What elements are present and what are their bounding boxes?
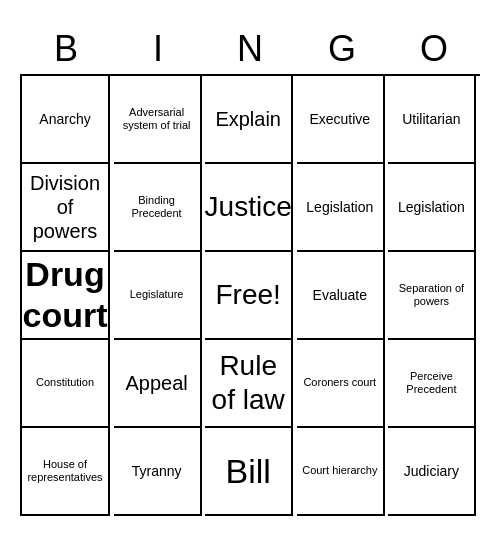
- cell-text: Constitution: [36, 376, 94, 389]
- cell-text: Justice: [205, 190, 292, 224]
- bingo-cell: Justice: [205, 164, 293, 252]
- bingo-letter: O: [390, 28, 478, 70]
- cell-text: Perceive Precedent: [392, 370, 470, 396]
- cell-text: Anarchy: [39, 111, 90, 128]
- cell-text: Drug court: [23, 254, 108, 336]
- bingo-cell: Drug court: [22, 252, 110, 340]
- cell-text: Legislature: [130, 288, 184, 301]
- cell-text: Executive: [309, 111, 370, 128]
- bingo-cell: Perceive Precedent: [388, 340, 476, 428]
- bingo-cell: Judiciary: [388, 428, 476, 516]
- bingo-letter: B: [22, 28, 110, 70]
- bingo-cell: Appeal: [114, 340, 202, 428]
- bingo-cell: Anarchy: [22, 76, 110, 164]
- bingo-grid: AnarchyAdversarial system of trialExplai…: [20, 74, 480, 516]
- cell-text: Explain: [215, 107, 281, 131]
- bingo-cell: Bill: [205, 428, 293, 516]
- cell-text: Coroners court: [303, 376, 376, 389]
- bingo-cell: Adversarial system of trial: [114, 76, 202, 164]
- cell-text: Appeal: [125, 371, 187, 395]
- bingo-cell: Coroners court: [297, 340, 385, 428]
- cell-text: Court hierarchy: [302, 464, 377, 477]
- cell-text: Evaluate: [313, 287, 367, 304]
- cell-text: Free!: [216, 278, 281, 312]
- cell-text: Judiciary: [404, 463, 459, 480]
- bingo-cell: Executive: [297, 76, 385, 164]
- bingo-cell: Legislature: [114, 252, 202, 340]
- bingo-cell: Constitution: [22, 340, 110, 428]
- cell-text: Bill: [226, 451, 271, 492]
- bingo-cell: House of representatives: [22, 428, 110, 516]
- bingo-title: BINGO: [20, 28, 480, 70]
- bingo-cell: Legislation: [297, 164, 385, 252]
- cell-text: Legislation: [306, 199, 373, 216]
- bingo-cell: Separation of powers: [388, 252, 476, 340]
- bingo-cell: Division of powers: [22, 164, 110, 252]
- bingo-cell: Legislation: [388, 164, 476, 252]
- cell-text: Utilitarian: [402, 111, 460, 128]
- bingo-cell: Utilitarian: [388, 76, 476, 164]
- cell-text: Rule of law: [209, 349, 287, 416]
- cell-text: Legislation: [398, 199, 465, 216]
- bingo-cell: Free!: [205, 252, 293, 340]
- cell-text: Tyranny: [132, 463, 182, 480]
- cell-text: Binding Precedent: [118, 194, 196, 220]
- cell-text: Separation of powers: [392, 282, 470, 308]
- bingo-cell: Evaluate: [297, 252, 385, 340]
- bingo-letter: I: [114, 28, 202, 70]
- bingo-cell: Tyranny: [114, 428, 202, 516]
- bingo-letter: N: [206, 28, 294, 70]
- bingo-card: BINGO AnarchyAdversarial system of trial…: [10, 18, 490, 526]
- bingo-cell: Rule of law: [205, 340, 293, 428]
- bingo-cell: Explain: [205, 76, 293, 164]
- bingo-cell: Court hierarchy: [297, 428, 385, 516]
- cell-text: House of representatives: [26, 458, 104, 484]
- bingo-cell: Binding Precedent: [114, 164, 202, 252]
- bingo-letter: G: [298, 28, 386, 70]
- cell-text: Division of powers: [26, 171, 104, 243]
- cell-text: Adversarial system of trial: [118, 106, 196, 132]
